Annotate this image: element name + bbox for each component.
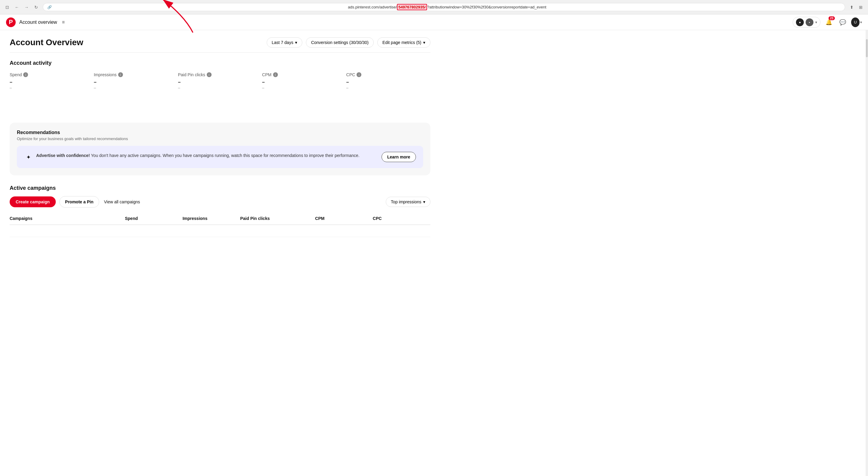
scrollbar-track[interactable] bbox=[866, 30, 868, 476]
edit-metrics-button[interactable]: Edit page metrics (5) ▾ bbox=[377, 37, 430, 47]
impressions-info-icon[interactable]: i bbox=[118, 72, 123, 77]
scrollbar-thumb[interactable] bbox=[866, 39, 868, 57]
url-highlight: 549767802935/ bbox=[397, 4, 427, 10]
nav-left: P Account overview ≡ bbox=[6, 18, 65, 27]
share-button[interactable]: ⬆ bbox=[848, 4, 855, 11]
user-avatar: U bbox=[851, 18, 860, 27]
page-header: Account Overview Last 7 days ▾ Conversio… bbox=[10, 37, 430, 53]
col-impressions: Impressions bbox=[183, 216, 240, 221]
chart-area bbox=[10, 104, 430, 123]
account-activity-title: Account activity bbox=[10, 60, 430, 66]
nav-right: ● ▪ ▾ 🔔 23 💬 U ▾ bbox=[793, 17, 862, 28]
col-cpm: CPM bbox=[315, 216, 373, 221]
nav-menu-icon[interactable]: ≡ bbox=[62, 20, 64, 25]
campaigns-controls-row: Create campaign Promote a Pin View all c… bbox=[10, 196, 430, 208]
back-button[interactable]: ← bbox=[13, 4, 21, 11]
view-all-campaigns-button[interactable]: View all campaigns bbox=[103, 196, 141, 207]
campaigns-section-header: Active campaigns bbox=[10, 185, 430, 191]
browser-chrome: ⊡ ← → ↻ 🔗 ads.pinterest.com/advertise/54… bbox=[0, 0, 868, 14]
page-wrapper: Account Overview Last 7 days ▾ Conversio… bbox=[0, 30, 868, 476]
col-cpc: CPC bbox=[373, 216, 430, 221]
campaign-buttons: Create campaign Promote a Pin View all c… bbox=[10, 196, 141, 208]
notification-badge: 23 bbox=[829, 16, 835, 20]
paid-pin-clicks-info-icon[interactable]: i bbox=[207, 72, 212, 77]
learn-more-button[interactable]: Learn more bbox=[381, 152, 416, 162]
rec-card-text: Advertise with confidence! You don't hav… bbox=[36, 153, 360, 159]
recommendation-card: ✦ Advertise with confidence! You don't h… bbox=[17, 146, 423, 168]
metric-cpc: CPC i – – bbox=[346, 72, 430, 95]
metric-spend-value: – bbox=[10, 80, 94, 85]
bookmark-button[interactable]: ⊞ bbox=[857, 4, 864, 11]
cpc-info-icon[interactable]: i bbox=[356, 72, 361, 77]
metric-cpm-label: CPM i bbox=[262, 72, 346, 77]
create-campaign-button[interactable]: Create campaign bbox=[10, 196, 56, 207]
refresh-button[interactable]: ↻ bbox=[33, 4, 40, 11]
messages-button[interactable]: 💬 bbox=[837, 17, 848, 28]
recommendations-title: Recommendations bbox=[17, 130, 423, 135]
account-avatar-2: ▪ bbox=[806, 19, 813, 26]
address-bar[interactable]: 🔗 ads.pinterest.com/advertise/5497678029… bbox=[43, 3, 845, 11]
metric-cpm: CPM i – – bbox=[262, 72, 346, 95]
col-spend: Spend bbox=[125, 216, 182, 221]
account-avatar-1: ● bbox=[796, 19, 804, 26]
metric-paid-pin-clicks: Paid Pin clicks i – – bbox=[178, 72, 262, 95]
chevron-down-icon: ▾ bbox=[815, 20, 817, 24]
metric-spend: Spend i – – bbox=[10, 72, 94, 95]
spend-info-icon[interactable]: i bbox=[23, 72, 28, 77]
url-text: ads.pinterest.com/advertise/549767802935… bbox=[54, 5, 841, 9]
account-chevron-icon: ▾ bbox=[860, 20, 862, 24]
forward-button[interactable]: → bbox=[23, 4, 30, 11]
metric-cpc-subvalue: – bbox=[346, 86, 430, 90]
rec-card-bold-text: Advertise with confidence! bbox=[36, 153, 90, 158]
sidebar-toggle-button[interactable]: ⊡ bbox=[4, 4, 11, 11]
recommendation-sparkle-icon: ✦ bbox=[24, 153, 33, 161]
recommendations-subtitle: Optimize for your business goals with ta… bbox=[17, 136, 423, 141]
date-filter-button[interactable]: Last 7 days ▾ bbox=[267, 37, 303, 47]
account-menu-button[interactable]: U ▾ bbox=[851, 17, 862, 28]
metric-cpc-value: – bbox=[346, 80, 430, 85]
metric-impressions: Impressions i – – bbox=[94, 72, 178, 95]
recommendations-box: Recommendations Optimize for your busine… bbox=[10, 123, 430, 175]
col-paid-pin-clicks: Paid Pin clicks bbox=[240, 216, 315, 221]
pinterest-logo: P bbox=[6, 18, 16, 27]
metric-spend-subvalue: – bbox=[10, 86, 94, 90]
rec-card-left: ✦ Advertise with confidence! You don't h… bbox=[24, 153, 377, 161]
content-area[interactable]: Account Overview Last 7 days ▾ Conversio… bbox=[0, 30, 866, 476]
cpm-info-icon[interactable]: i bbox=[273, 72, 278, 77]
browser-navigation: ⊡ ← → ↻ bbox=[4, 4, 40, 11]
metric-spend-label: Spend i bbox=[10, 72, 94, 77]
metric-cpm-subvalue: – bbox=[262, 86, 346, 90]
table-row-placeholder bbox=[10, 225, 430, 237]
page-header-controls: Last 7 days ▾ Conversion settings (30/30… bbox=[267, 37, 430, 47]
col-campaigns: Campaigns bbox=[10, 216, 125, 221]
main-content: Account Overview Last 7 days ▾ Conversio… bbox=[0, 30, 440, 244]
notifications-button[interactable]: 🔔 23 bbox=[824, 17, 834, 28]
metric-paid-pin-clicks-subvalue: – bbox=[178, 86, 262, 90]
page-title: Account Overview bbox=[10, 38, 83, 47]
campaigns-actions: Active campaigns bbox=[10, 185, 56, 191]
metric-impressions-label: Impressions i bbox=[94, 72, 178, 77]
chevron-down-icon: ▾ bbox=[295, 40, 297, 45]
campaigns-table-header: Campaigns Spend Impressions Paid Pin cli… bbox=[10, 212, 430, 225]
metrics-row: Spend i – – Impressions i – – bbox=[10, 72, 430, 95]
promote-pin-button[interactable]: Promote a Pin bbox=[59, 196, 99, 208]
active-campaigns-title: Active campaigns bbox=[10, 185, 56, 191]
sort-chevron-down-icon: ▾ bbox=[423, 199, 425, 204]
nav-title: Account overview bbox=[19, 20, 57, 25]
metric-paid-pin-clicks-value: – bbox=[178, 80, 262, 85]
metric-paid-pin-clicks-label: Paid Pin clicks i bbox=[178, 72, 262, 77]
browser-end-controls: ⬆ ⊞ bbox=[848, 4, 864, 11]
chevron-down-icon: ▾ bbox=[423, 40, 425, 45]
metric-impressions-subvalue: – bbox=[94, 86, 178, 90]
top-navigation: P Account overview ≡ ● ▪ ▾ 🔔 23 💬 U ▾ bbox=[0, 14, 868, 30]
conversion-settings-button[interactable]: Conversion settings (30/30/30) bbox=[306, 37, 374, 47]
account-switcher[interactable]: ● ▪ ▾ bbox=[793, 17, 820, 28]
sort-dropdown-button[interactable]: Top impressions ▾ bbox=[386, 197, 430, 207]
metric-impressions-value: – bbox=[94, 80, 178, 85]
metric-cpc-label: CPC i bbox=[346, 72, 430, 77]
metric-cpm-value: – bbox=[262, 80, 346, 85]
